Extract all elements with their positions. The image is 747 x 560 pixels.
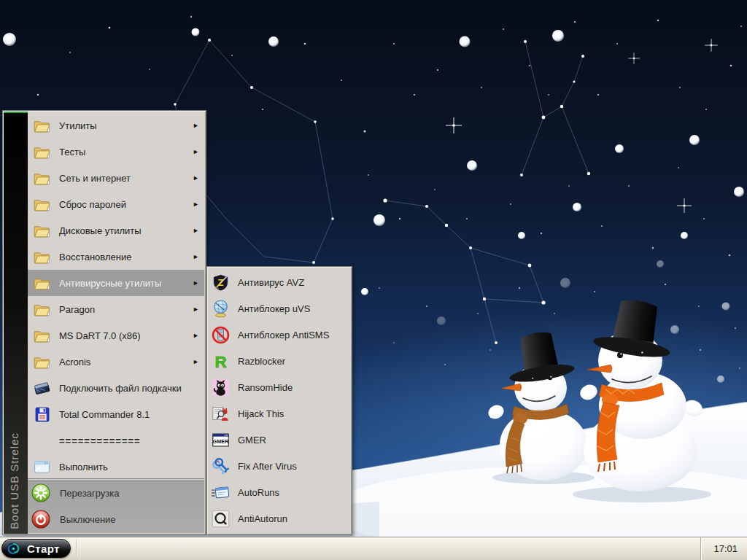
submenu-item-avz[interactable]: Антивирус AVZ [207, 269, 352, 295]
run-window-icon [33, 458, 51, 476]
menu-item-label: Подключить файл подкачки [59, 383, 182, 394]
pagefile-memory-icon [33, 379, 51, 397]
submenu-item-uvs[interactable]: Антиблокер uVS [207, 295, 352, 322]
menu-item-label: Сеть и интернет [59, 173, 131, 184]
no-sms-phone-icon [211, 325, 231, 345]
inspector-window-icon [211, 404, 231, 424]
start-menu-item-ms-dart[interactable]: MS DaRT 7.0 (x86) [28, 322, 204, 349]
uvs-globe-icon [211, 299, 231, 319]
submenu-arrow-icon [193, 359, 199, 365]
start-menu-item-pagefile[interactable]: Подключить файл подкачки [28, 375, 204, 401]
restart-icon [30, 482, 52, 504]
menu-item-label: Восстановление [59, 252, 131, 262]
floppy-disk-icon [33, 405, 51, 424]
start-menu-item-tests[interactable]: Тесты [28, 139, 204, 165]
submenu-arrow-icon [193, 149, 199, 155]
folder-icon [33, 353, 51, 371]
strelec-banner: Boot USB Strelec [4, 112, 28, 534]
submenu-item-gmer[interactable]: GMER [207, 427, 352, 453]
submenu-item-label: Hijack This [238, 408, 284, 419]
submenu-arrow-icon [193, 332, 199, 339]
submenu-item-autoruns[interactable]: AutoRuns [207, 479, 352, 505]
folder-icon [33, 327, 51, 345]
power-item-shutdown[interactable]: Выключение [28, 506, 204, 532]
menu-item-label: Перезагрузка [60, 488, 119, 499]
menu-item-label: Тесты [59, 147, 85, 158]
start-button[interactable]: Старт [1, 539, 71, 558]
start-menu-item-disk-utilities[interactable]: Дисковые утилиты [28, 217, 204, 244]
start-menu-item-password-reset[interactable]: Сброс паролей [28, 191, 204, 217]
submenu-item-ransomhide[interactable]: RansomHide [207, 374, 352, 400]
start-menu-item-total-commander[interactable]: Total Commander 8.1 [28, 401, 204, 427]
submenu-item-label: RansomHide [238, 382, 293, 393]
submenu-arrow-icon [193, 254, 199, 260]
start-menu-items: Утилиты Тесты Сеть и интернет Сброс паро… [28, 112, 204, 480]
submenu-item-antiautorun[interactable]: AntiAutorun [207, 505, 352, 532]
avz-shield-icon [211, 273, 231, 292]
folder-icon [33, 274, 51, 292]
power-section: Перезагрузка Выключение [28, 478, 204, 533]
banner-vertical-label: Boot USB Strelec [8, 432, 20, 529]
menu-item-label: Антивирусные утилиты [59, 278, 161, 289]
submenu-item-label: Razblocker [238, 356, 285, 367]
shutdown-icon [30, 508, 52, 530]
submenu-arrow-icon [193, 201, 199, 208]
submenu-arrow-icon [193, 306, 199, 313]
folder-icon [33, 195, 51, 214]
antivirus-submenu: Антивирус AVZ Антиблокер uVS Антиблокер … [206, 266, 352, 535]
separator-text: ============= [59, 435, 141, 446]
menu-item-label: MS DaRT 7.0 (x86) [59, 330, 141, 341]
menu-item-label: Утилиты [59, 120, 97, 131]
system-tray: 17:01 [700, 537, 747, 560]
start-menu-item-recovery[interactable]: Восстановление [28, 244, 204, 270]
start-menu-separator-row: ============= [28, 427, 204, 454]
submenu-arrow-icon [193, 122, 199, 129]
menu-item-label: Сброс паролей [59, 199, 126, 210]
menu-item-label: Paragon [59, 304, 95, 315]
menu-item-label: Acronis [59, 357, 90, 368]
folder-icon [33, 222, 51, 240]
folder-icon [33, 300, 51, 319]
gmer-window-icon [211, 430, 231, 450]
start-button-label: Старт [27, 542, 60, 555]
start-menu-item-utilities[interactable]: Утилиты [28, 112, 204, 139]
crossed-q-badge-icon [211, 509, 231, 529]
submenu-item-label: Антиблокер AntiSMS [238, 330, 329, 341]
submenu-item-label: Fix After Virus [238, 461, 297, 472]
blue-keys-icon [211, 456, 231, 476]
start-menu-item-network[interactable]: Сеть и интернет [28, 165, 204, 191]
submenu-item-label: AutoRuns [238, 487, 279, 498]
submenu-arrow-icon [193, 175, 199, 182]
strelec-swirl-logo-icon [7, 542, 20, 556]
submenu-item-fix-after-virus[interactable]: Fix After Virus [207, 453, 352, 479]
folder-icon [33, 143, 51, 161]
taskbar: Старт 17:01 [0, 537, 747, 560]
menu-item-label: Выключение [60, 514, 116, 525]
start-menu: Boot USB Strelec Утилиты Тесты Сеть и ин… [2, 110, 206, 535]
folder-icon [33, 169, 51, 187]
folder-icon [33, 248, 51, 266]
power-item-restart[interactable]: Перезагрузка [28, 480, 204, 506]
submenu-item-label: Антивирус AVZ [238, 277, 304, 288]
submenu-item-label: Антиблокер uVS [238, 303, 310, 314]
taskband [76, 540, 696, 558]
clock[interactable]: 17:01 [713, 543, 738, 554]
start-menu-item-antivirus-utilities[interactable]: Антивирусные утилиты [28, 270, 204, 296]
submenu-arrow-icon [193, 280, 199, 287]
submenu-item-hijackthis[interactable]: Hijack This [207, 400, 352, 427]
menu-item-label: Дисковые утилиты [59, 225, 142, 236]
submenu-arrow-icon [193, 228, 199, 234]
menu-item-label: Выполнить [59, 462, 108, 472]
start-menu-item-paragon[interactable]: Paragon [28, 296, 204, 322]
green-letter-r-icon [211, 351, 231, 371]
submenu-item-razblocker[interactable]: Razblocker [207, 348, 352, 374]
menu-item-label: Total Commander 8.1 [59, 409, 150, 420]
black-cat-icon [211, 378, 231, 397]
start-menu-item-run[interactable]: Выполнить [28, 454, 204, 480]
submenu-item-label: AntiAutorun [238, 513, 287, 524]
start-menu-item-acronis[interactable]: Acronis [28, 349, 204, 375]
submenu-item-label: GMER [238, 435, 266, 446]
folder-icon [33, 117, 51, 135]
icon-spacer [33, 432, 51, 450]
submenu-item-antisms[interactable]: Антиблокер AntiSMS [207, 322, 352, 348]
